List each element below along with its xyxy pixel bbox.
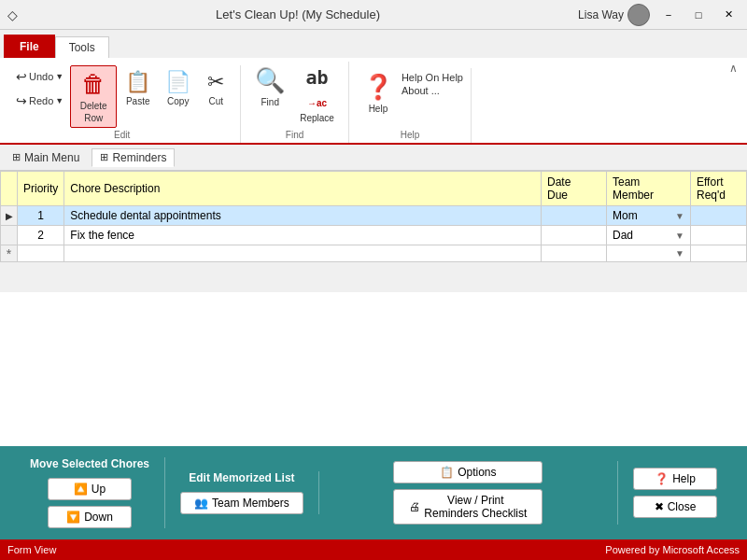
nav-main-menu[interactable]: ⊞ Main Menu: [4, 148, 88, 167]
cell-date-2[interactable]: [542, 226, 607, 245]
close-form-button[interactable]: ✖ Close: [633, 496, 717, 518]
row-selector-2: [1, 226, 18, 245]
maximize-button[interactable]: □: [687, 4, 710, 26]
close-button[interactable]: ✕: [717, 4, 740, 26]
cell-team-1[interactable]: Mom ▼: [607, 206, 691, 226]
team-icon: 👥: [194, 497, 208, 510]
help-btn-label: Help: [369, 104, 388, 114]
close-form-label: Close: [668, 500, 697, 513]
team-dropdown-1[interactable]: ▼: [675, 211, 684, 221]
help-buttons: ❓ Help Help On Help About ...: [357, 68, 463, 128]
status-bar: Form View Powered by Microsoft Access: [0, 539, 747, 560]
copy-icon: 📄: [165, 70, 190, 94]
move-section-label: Move Selected Chores: [30, 457, 149, 470]
down-label: Down: [84, 511, 113, 524]
bottom-help-icon: ❓: [655, 472, 669, 485]
table-row-new[interactable]: * ▼: [1, 245, 747, 262]
cell-effort-2[interactable]: [691, 226, 747, 245]
cell-date-1[interactable]: [542, 206, 607, 226]
print-icon: 🖨: [409, 500, 420, 513]
options-button[interactable]: 📋 Options: [393, 461, 543, 483]
nav-reminders[interactable]: ⊞ Reminders: [92, 148, 175, 167]
cell-priority-1[interactable]: 1: [18, 206, 64, 226]
delete-row-label2: Row: [84, 113, 103, 123]
find-icon: 🔍: [255, 66, 285, 95]
tab-tools[interactable]: Tools: [55, 36, 109, 58]
status-right: Powered by Microsoft Access: [605, 544, 740, 555]
cell-chore-1[interactable]: Schedule dental appointments: [64, 206, 542, 226]
edit-section: Edit Memorized List 👥 Team Members: [165, 471, 319, 514]
edit-group-label: Edit: [114, 128, 130, 143]
delete-row-button[interactable]: 🗑 Delete Row: [70, 65, 117, 128]
cell-team-1-value: Mom: [613, 209, 638, 222]
replace-button[interactable]: ab→ac Replace: [293, 62, 341, 128]
options-icon: 📋: [440, 466, 454, 479]
find-button[interactable]: 🔍 Find: [248, 62, 291, 112]
redo-button[interactable]: ↪ Redo ▼: [11, 90, 68, 112]
cell-chore-new[interactable]: [64, 245, 542, 262]
down-icon: 🔽: [66, 511, 80, 524]
undo-button[interactable]: ↩ Undo ▼: [11, 65, 68, 88]
view-print-button[interactable]: 🖨 View / PrintReminders Checklist: [393, 489, 543, 525]
row-selector-new: *: [1, 245, 18, 262]
chores-table: Priority Chore Description DateDue TeamM…: [0, 171, 747, 262]
ribbon-collapse-button[interactable]: ∧: [724, 60, 743, 77]
cell-team-2[interactable]: Dad ▼: [607, 226, 691, 245]
cell-priority-new[interactable]: [18, 245, 64, 262]
delete-row-icon: 🗑: [81, 70, 106, 99]
cell-chore-2[interactable]: Fix the fence: [64, 226, 542, 245]
col-effort: EffortReq'd: [691, 172, 747, 206]
paste-icon: 📋: [125, 70, 150, 94]
undo-icon: ↩: [16, 69, 27, 84]
reminders-icon: ⊞: [100, 151, 108, 163]
help-button[interactable]: ❓ Help: [357, 68, 400, 119]
minimize-button[interactable]: −: [657, 4, 680, 26]
bottom-help-button[interactable]: ❓ Help: [633, 468, 717, 490]
edit-buttons: ↩ Undo ▼ ↪ Redo ▼ 🗑 Delete Row 📋 Paste: [11, 65, 233, 128]
up-label: Up: [92, 483, 106, 496]
status-left: Form View: [7, 544, 56, 555]
paste-button[interactable]: 📋 Paste: [119, 65, 157, 111]
col-chore: Chore Description: [64, 172, 542, 206]
move-section: Move Selected Chores 🔼 Up 🔽 Down: [15, 457, 165, 528]
replace-label: Replace: [300, 113, 334, 123]
actions-section: 📋 Options 🖨 View / PrintReminders Checkl…: [319, 461, 618, 525]
help-links: Help On Help About ...: [402, 68, 463, 96]
move-up-button[interactable]: 🔼 Up: [48, 478, 132, 500]
cell-date-new[interactable]: [542, 245, 607, 262]
redo-icon: ↪: [16, 93, 27, 108]
move-down-button[interactable]: 🔽 Down: [48, 506, 132, 528]
cell-team-new[interactable]: ▼: [607, 245, 691, 262]
table-row[interactable]: ▶ 1 Schedule dental appointments Mom ▼: [1, 206, 747, 226]
view-print-label: View / PrintReminders Checklist: [424, 494, 527, 520]
cell-priority-2[interactable]: 2: [18, 226, 64, 245]
help-on-help-link[interactable]: Help On Help: [402, 72, 463, 83]
undo-label: Undo: [29, 71, 53, 82]
team-dropdown-2[interactable]: ▼: [675, 231, 684, 241]
app-icon: ◇: [7, 7, 18, 22]
table-wrapper: Priority Chore Description DateDue TeamM…: [0, 171, 747, 292]
username-label: Lisa Way: [578, 8, 624, 21]
copy-button[interactable]: 📄 Copy: [159, 65, 197, 111]
table-row[interactable]: 2 Fix the fence Dad ▼: [1, 226, 747, 245]
find-label: Find: [261, 97, 278, 107]
cut-button[interactable]: ✂ Cut: [199, 65, 233, 111]
team-label: Team Members: [212, 497, 289, 510]
new-row-icon: *: [7, 246, 11, 261]
find-group-label: Find: [286, 128, 303, 143]
ribbon-tabs: File Tools: [0, 30, 747, 58]
bottom-panel: Move Selected Chores 🔼 Up 🔽 Down Edit Me…: [0, 446, 747, 539]
tab-file[interactable]: File: [4, 35, 55, 58]
replace-icon: ab→ac: [306, 66, 329, 111]
about-link[interactable]: About ...: [402, 85, 463, 96]
col-date-due: DateDue: [542, 172, 607, 206]
ribbon-group-find: 🔍 Find ab→ac Replace Find: [241, 62, 349, 143]
copy-label: Copy: [167, 96, 189, 106]
cell-effort-1[interactable]: [691, 206, 747, 226]
team-dropdown-new[interactable]: ▼: [675, 248, 684, 259]
team-members-button[interactable]: 👥 Team Members: [180, 492, 303, 514]
row-selector-1: ▶: [1, 206, 18, 226]
cell-effort-new[interactable]: [691, 245, 747, 262]
nav-bar: ⊞ Main Menu ⊞ Reminders: [0, 145, 747, 171]
main-menu-label: Main Menu: [24, 151, 79, 164]
